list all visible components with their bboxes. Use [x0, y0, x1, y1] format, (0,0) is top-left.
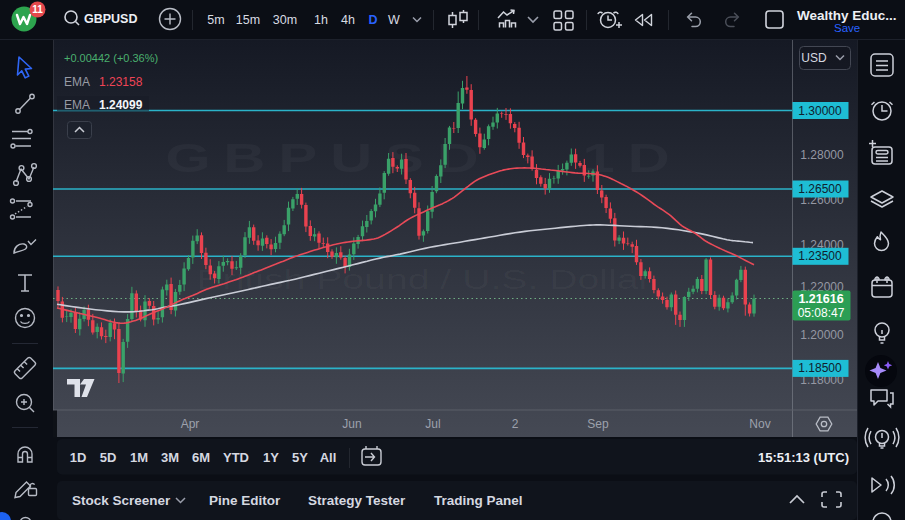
svg-text:15:51:13 (UTC): 15:51:13 (UTC) — [758, 450, 849, 465]
svg-text:Jun: Jun — [342, 417, 361, 431]
svg-text:5D: 5D — [100, 450, 117, 465]
svg-text:4h: 4h — [341, 13, 355, 27]
svg-text:1.21616: 1.21616 — [798, 292, 843, 306]
svg-text:1.23158: 1.23158 — [99, 75, 143, 89]
svg-text:YTD: YTD — [223, 450, 249, 465]
svg-text:Trading Panel: Trading Panel — [434, 493, 523, 508]
svg-text:GBPUSD: GBPUSD — [84, 12, 137, 26]
svg-text:1.24099: 1.24099 — [99, 98, 143, 112]
svg-text:GBPUSD · 1D: GBPUSD · 1D — [165, 136, 682, 181]
svg-text:D: D — [368, 13, 377, 27]
svg-text:15m: 15m — [236, 13, 260, 27]
svg-text:EMA: EMA — [64, 98, 90, 112]
svg-text:Pine Editor: Pine Editor — [209, 493, 281, 508]
svg-text:Apr: Apr — [181, 417, 200, 431]
svg-text:30m: 30m — [273, 13, 297, 27]
svg-text:05:08:47: 05:08:47 — [798, 306, 845, 320]
svg-text:3M: 3M — [161, 450, 179, 465]
svg-text:+0.00442 (+0.36%): +0.00442 (+0.36%) — [64, 52, 158, 64]
svg-text:1Y: 1Y — [263, 450, 279, 465]
svg-text:All: All — [320, 450, 337, 465]
svg-text:1.23500: 1.23500 — [798, 249, 842, 263]
svg-text:Sep: Sep — [587, 417, 609, 431]
svg-text:Stock Screener: Stock Screener — [72, 493, 171, 508]
svg-text:5m: 5m — [207, 13, 224, 27]
svg-text:6M: 6M — [192, 450, 210, 465]
svg-text:Jul: Jul — [425, 417, 440, 431]
svg-text:W: W — [388, 13, 400, 27]
svg-text:1M: 1M — [130, 450, 148, 465]
svg-text:1h: 1h — [314, 13, 328, 27]
svg-text:1.26500: 1.26500 — [798, 182, 842, 196]
svg-text:11: 11 — [32, 4, 43, 15]
svg-text:5Y: 5Y — [292, 450, 308, 465]
svg-text:1.28000: 1.28000 — [800, 148, 844, 162]
svg-text:1.30000: 1.30000 — [798, 104, 842, 118]
svg-text:Nov: Nov — [749, 417, 770, 431]
svg-text:1D: 1D — [70, 450, 87, 465]
svg-text:USD: USD — [801, 51, 827, 65]
svg-text:EMA: EMA — [64, 75, 90, 89]
svg-text:1.18500: 1.18500 — [798, 361, 842, 375]
svg-text:Save: Save — [834, 22, 860, 34]
svg-text:1.20000: 1.20000 — [800, 328, 844, 342]
svg-text:2: 2 — [512, 417, 519, 431]
svg-text:Strategy Tester: Strategy Tester — [308, 493, 406, 508]
